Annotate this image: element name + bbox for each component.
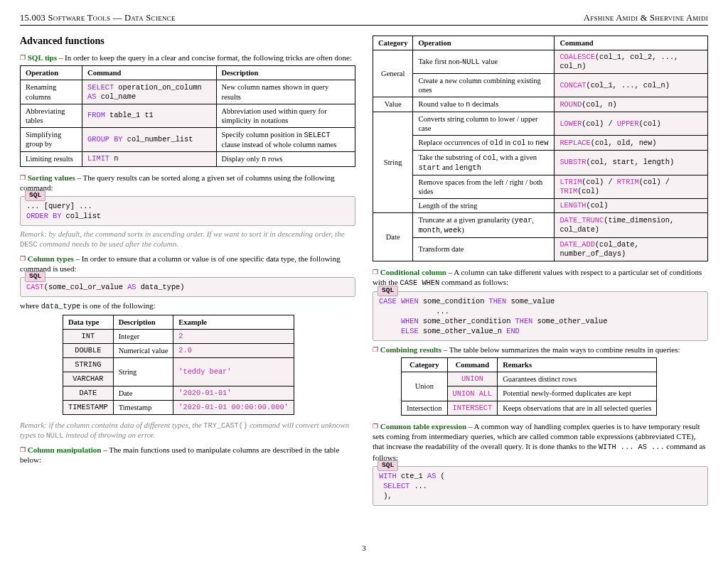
- left-column: Advanced functions ❐ SQL tips – In order…: [20, 33, 355, 509]
- colmanip-table: Category Operation Command General Take …: [373, 36, 708, 261]
- sorting-remark: Remark: by default, the command sorts in…: [20, 229, 355, 249]
- bookmark-icon: ❐: [373, 346, 378, 353]
- bookmark-icon: ❐: [20, 255, 26, 262]
- cast-code: SQL CAST(some_col_or_value AS data_type): [20, 277, 355, 297]
- header-right: Afshine Amidi & Shervine Amidi: [584, 13, 708, 23]
- page-number: 3: [362, 544, 366, 552]
- coltypes-intro: ❐ Column types – In order to ensure that…: [20, 254, 355, 274]
- cte-intro: ❐ Common table expression – A common way…: [373, 421, 708, 463]
- header-left: 15.003 Software Tools — Data Science: [20, 13, 176, 23]
- section-title: Advanced functions: [20, 36, 355, 47]
- combine-intro: ❐ Combining results – The table below su…: [373, 345, 708, 355]
- cte-code: SQL WITH cte_1 AS ( SELECT ... ),: [373, 466, 708, 506]
- bookmark-icon: ❐: [20, 54, 26, 61]
- combine-table: Category Command Remarks Union UNION Gua…: [401, 357, 657, 416]
- bookmark-icon: ❐: [373, 269, 378, 276]
- coltypes-remark: Remark: if the column contains data of d…: [20, 421, 355, 441]
- sorting-intro: ❐ Sorting values – The query results can…: [20, 173, 355, 193]
- datatype-table: Data type Description Example INTInteger…: [63, 315, 294, 415]
- page-header: 15.003 Software Tools — Data Science Afs…: [20, 13, 708, 26]
- sorting-code: SQL ... [query] ... ORDER BY col_list: [20, 196, 355, 226]
- bookmark-icon: ❐: [20, 446, 26, 453]
- conditional-intro: ❐ Conditional column – A column can take…: [373, 267, 708, 288]
- casewhen-code: SQL CASE WHEN some_condition THEN some_v…: [373, 291, 708, 341]
- bookmark-icon: ❐: [20, 174, 26, 181]
- colmanip-intro: ❐ Column manipulation – The main functio…: [20, 445, 355, 465]
- sql-tips-intro: ❐ SQL tips – In order to keep the query …: [20, 53, 355, 63]
- bookmark-icon: ❐: [373, 423, 378, 430]
- sql-tips-table: Operation Command Description Renaming c…: [20, 65, 355, 166]
- right-column: Category Operation Command General Take …: [373, 33, 708, 509]
